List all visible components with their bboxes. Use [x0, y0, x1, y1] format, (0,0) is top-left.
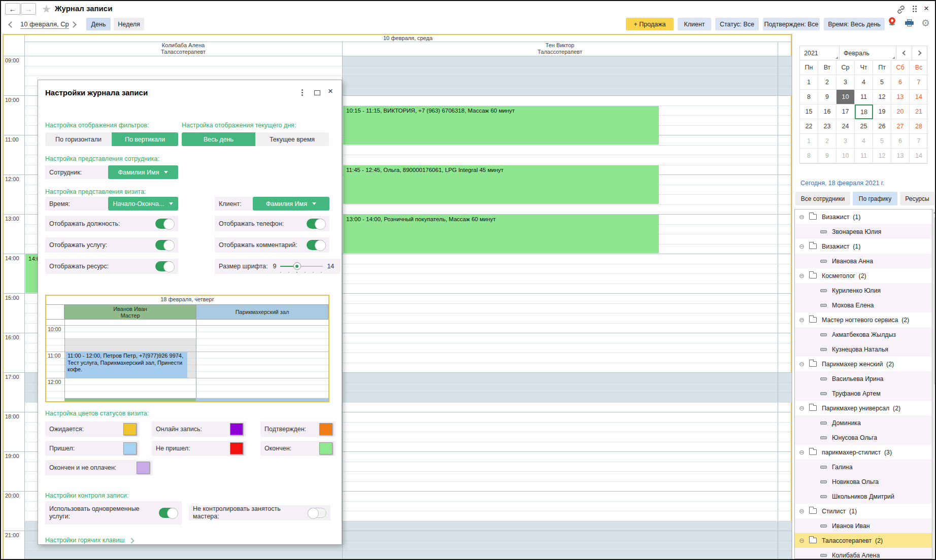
collapse-icon[interactable]: ⊖ [799, 272, 806, 279]
segmented-option[interactable]: Весь день [182, 132, 255, 146]
status-color-swatch[interactable] [319, 423, 332, 435]
day-cell[interactable]: 26 [873, 119, 891, 134]
tab-2[interactable]: Ресурсы [900, 192, 934, 205]
visit-time-dropdown[interactable]: Начало-Оконча... [108, 197, 178, 211]
tab-1[interactable]: По графику [853, 192, 897, 205]
tree-item-row[interactable]: Галина [795, 460, 932, 474]
simultaneous-services-toggle[interactable] [159, 508, 178, 518]
today-link[interactable]: Сегодня, 18 февраля 2021 г. [800, 180, 884, 187]
tree-item-row[interactable]: Акматбекова Жылдыз [795, 327, 932, 342]
day-cell[interactable]: 28 [910, 119, 928, 134]
toggle-switch[interactable] [155, 261, 174, 271]
tree-group-row[interactable]: ⊖Парикмахер женский (2) [795, 357, 932, 371]
tree-item-row[interactable]: Школьников Дмитрий [795, 489, 932, 504]
day-cell[interactable]: 13 [891, 90, 910, 104]
tree-item-row[interactable]: Звонарева Юлия [795, 224, 932, 239]
collapse-icon[interactable]: ⊖ [799, 507, 806, 515]
scrollbar-thumb[interactable] [934, 217, 936, 384]
day-cell[interactable]: 3 [837, 134, 855, 149]
day-cell[interactable]: 2 [818, 75, 837, 90]
day-cell[interactable]: 9 [818, 90, 837, 104]
day-cell[interactable]: 27 [891, 119, 910, 134]
segmented-option[interactable]: Текущее время [255, 132, 329, 146]
employee-representation-dropdown[interactable]: Фамилия Имя [108, 165, 178, 179]
day-cell[interactable]: 17 [837, 104, 855, 119]
visit-client-dropdown[interactable]: Фамилия Имя [253, 197, 329, 211]
font-size-slider[interactable] [280, 266, 323, 267]
status-color-swatch[interactable] [319, 442, 332, 454]
tab-0[interactable]: Все сотрудники [795, 192, 850, 205]
tree-group-row[interactable]: ⊖Косметолог (2) [795, 268, 932, 283]
tree-item-row[interactable]: Куриленко Юлия [795, 283, 932, 298]
day-cell[interactable]: 3 [837, 75, 855, 90]
no-busy-control-toggle[interactable] [308, 508, 326, 518]
hotkeys-settings-link[interactable]: Настройки горячих клавиш [45, 537, 133, 544]
day-cell[interactable]: 14 [910, 90, 928, 104]
tree-item-row[interactable]: Иванова Анна [795, 254, 932, 268]
day-cell[interactable]: 12 [873, 90, 891, 104]
day-cell[interactable]: 1 [800, 134, 818, 149]
appointment[interactable]: 10:15 - 11:15, ВИКТОРИЯ, +7 (963) 670631… [343, 106, 659, 145]
dialog-maximize-icon[interactable] [314, 90, 320, 95]
segmented-option[interactable]: По горизонтали [45, 132, 112, 146]
segmented-option[interactable]: По вертикали [112, 132, 178, 146]
day-cell[interactable]: 22 [800, 119, 818, 134]
tree-group-row[interactable]: ⊖парикмахер-стилист (3) [795, 445, 932, 460]
tree-group-row[interactable]: ⊖Мастер ногтевого сервиса (2) [795, 312, 932, 327]
tree-group-row[interactable]: ⊖Визажист (1) [795, 209, 932, 224]
tree-item-row[interactable]: Юнусова Ольга [795, 430, 932, 445]
toggle-show-position[interactable]: Отображать должность: [45, 216, 178, 231]
toggle-switch[interactable] [155, 240, 174, 250]
toggle-switch[interactable] [307, 240, 325, 250]
dialog-menu-icon[interactable] [302, 89, 303, 91]
day-cell[interactable]: 20 [891, 104, 910, 119]
tree-item-row[interactable]: Мохова Елена [795, 298, 932, 312]
day-cell[interactable]: 13 [891, 149, 910, 163]
tree-item-row[interactable]: Васильева Ирина [795, 371, 932, 386]
day-cell[interactable]: 21 [910, 104, 928, 119]
year-select[interactable]: 2021 [800, 46, 840, 60]
day-cell[interactable]: 18 [855, 104, 873, 119]
day-cell[interactable]: 9 [818, 149, 837, 163]
day-cell[interactable]: 10 [837, 90, 855, 104]
no-busy-control-row[interactable]: Не контролировать занятость мастера: [189, 505, 330, 520]
tree-scrollbar[interactable] [933, 209, 936, 559]
status-color-swatch[interactable] [123, 423, 137, 435]
day-cell[interactable]: 16 [818, 104, 837, 119]
prev-month-button[interactable] [896, 46, 912, 60]
day-cell[interactable]: 8 [800, 149, 818, 163]
status-color-swatch[interactable] [230, 442, 243, 454]
collapse-icon[interactable]: ⊖ [799, 537, 806, 544]
tree-group-row[interactable]: ⊖Парикмахер универсал (2) [795, 401, 932, 415]
day-cell[interactable]: 10 [837, 149, 855, 163]
toggle-switch[interactable] [155, 219, 174, 229]
day-cell[interactable]: 14 [910, 149, 928, 163]
tree-item-row[interactable]: Новикова Ольга [795, 474, 932, 489]
appointment[interactable]: 11:45 - 12:45, Ольга, 890000176061, LPG … [343, 165, 659, 204]
simultaneous-services-row[interactable]: Использовать одновременные услуги: [45, 501, 182, 524]
next-month-button[interactable] [912, 46, 927, 60]
appointment[interactable]: 13:00 - 14:00, Розничный покупатель, Мас… [343, 215, 659, 253]
tree-item-row[interactable]: Иванов Иван [795, 518, 932, 533]
collapse-icon[interactable]: ⊖ [799, 448, 806, 456]
day-cell[interactable]: 6 [891, 75, 910, 90]
day-cell[interactable]: 7 [910, 75, 928, 90]
collapse-icon[interactable]: ⊖ [799, 360, 806, 368]
month-select[interactable]: Февраль [840, 46, 896, 60]
toggle-switch[interactable] [307, 219, 325, 229]
tree-item-row[interactable]: Колибаба Алена [795, 548, 932, 559]
day-cell[interactable]: 6 [891, 134, 910, 149]
dialog-close-icon[interactable]: × [328, 87, 333, 95]
day-cell[interactable]: 12 [873, 149, 891, 163]
day-cell[interactable]: 8 [800, 90, 818, 104]
collapse-icon[interactable]: ⊖ [799, 316, 806, 324]
day-cell[interactable]: 19 [873, 104, 891, 119]
day-cell[interactable]: 1 [800, 75, 818, 90]
status-color-swatch[interactable] [230, 423, 243, 435]
tree-item-row[interactable]: Кузнецова Наталья [795, 342, 932, 357]
collapse-icon[interactable]: ⊖ [799, 404, 806, 412]
toggle-show-resource[interactable]: Отображать ресурс: [45, 259, 178, 274]
day-cell[interactable]: 24 [837, 119, 855, 134]
collapse-icon[interactable]: ⊖ [799, 242, 806, 250]
day-cell[interactable]: 5 [873, 134, 891, 149]
